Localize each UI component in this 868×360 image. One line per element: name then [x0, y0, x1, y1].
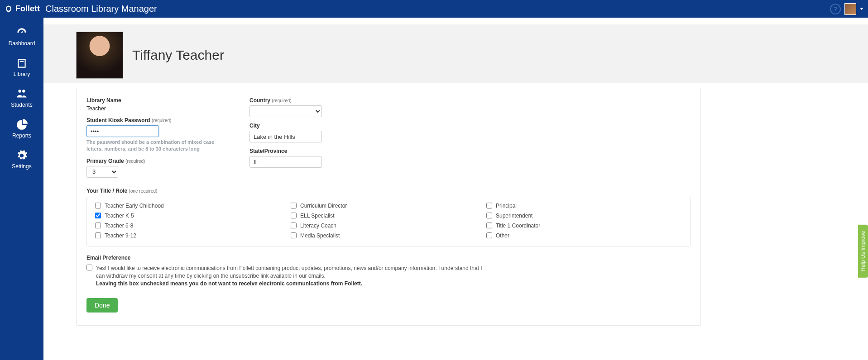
settings-icon	[16, 150, 28, 161]
kiosk-password-input[interactable]	[86, 125, 159, 137]
role-checkbox[interactable]	[95, 223, 101, 228]
state-label: State/Province	[249, 148, 394, 154]
role-checkbox[interactable]	[486, 223, 492, 228]
sidebar-item-reports[interactable]: Reports	[0, 114, 43, 145]
profile-header: Tiffany Teacher	[43, 24, 868, 83]
role-checkbox[interactable]	[95, 203, 101, 208]
library-name-label: Library Name	[86, 97, 231, 104]
sidebar-item-label: Settings	[12, 163, 31, 170]
roles-box: Teacher Early ChildhoodTeacher K-5Teache…	[86, 197, 691, 246]
country-select[interactable]	[249, 105, 322, 117]
sidebar-item-label: Dashboard	[9, 40, 35, 47]
primary-grade-label: Primary Grade (required)	[86, 158, 231, 164]
role-checkbox[interactable]	[95, 232, 101, 238]
role-label: Teacher 9-12	[105, 232, 136, 239]
role-row: Curriculum Director	[291, 203, 486, 209]
students-icon	[16, 88, 28, 100]
sidebar-item-label: Reports	[12, 133, 31, 139]
brand-name: Follett	[15, 4, 40, 14]
top-navbar: Follett Classroom Library Manager ?	[0, 0, 868, 18]
role-row: Teacher 6-8	[95, 223, 291, 229]
role-label: Teacher Early Childhood	[105, 203, 164, 209]
done-button[interactable]: Done	[86, 298, 118, 313]
primary-grade-select[interactable]: 3	[86, 166, 118, 178]
state-input[interactable]	[249, 156, 322, 168]
sidebar-item-students[interactable]: Students	[0, 84, 43, 114]
role-checkbox[interactable]	[95, 213, 101, 218]
role-label: Other	[496, 232, 509, 239]
settings-form: Library Name Teacher Student Kiosk Passw…	[76, 88, 701, 326]
follett-logo-icon	[5, 5, 13, 13]
main-content: Tiffany Teacher Library Name Teacher Stu…	[43, 18, 868, 360]
city-label: City	[249, 123, 394, 129]
role-row: Teacher K-5	[95, 213, 291, 219]
role-row: Other	[486, 232, 682, 239]
reports-icon	[16, 119, 28, 131]
role-label: Principal	[496, 203, 517, 209]
library-name-value: Teacher	[86, 105, 231, 112]
role-label: Title 1 Coordinator	[496, 223, 540, 229]
sidebar-item-library[interactable]: Library	[0, 53, 43, 84]
library-icon	[16, 57, 28, 69]
role-checkbox[interactable]	[291, 203, 297, 208]
role-row: Teacher Early Childhood	[95, 203, 291, 209]
feedback-tab[interactable]: Help Us Improve	[858, 224, 868, 277]
kiosk-password-hint: The password should be a combination of …	[86, 139, 222, 152]
help-icon[interactable]: ?	[830, 4, 841, 14]
email-pref-checkbox[interactable]	[86, 265, 92, 270]
role-checkbox[interactable]	[486, 232, 492, 238]
role-checkbox[interactable]	[291, 232, 297, 238]
profile-photo	[76, 32, 123, 79]
sidebar-item-label: Library	[14, 71, 30, 77]
role-section-label: Your Title / Role (one required)	[86, 188, 691, 194]
role-row: Literacy Coach	[291, 223, 486, 229]
role-row: Superintendent	[486, 213, 682, 219]
role-label: Teacher K-5	[105, 213, 134, 219]
email-pref-label: Email Preference	[86, 255, 691, 261]
kiosk-password-label: Student Kiosk Password (required)	[86, 117, 231, 123]
app-title: Classroom Library Manager	[45, 4, 157, 14]
role-label: Curriculum Director	[300, 203, 347, 209]
role-label: Media Specialist	[300, 232, 340, 239]
sidebar-item-label: Students	[11, 102, 32, 108]
role-row: Media Specialist	[291, 232, 486, 239]
role-label: ELL Specialist	[300, 213, 335, 219]
role-checkbox[interactable]	[486, 203, 492, 208]
brand-logo[interactable]: Follett Classroom Library Manager	[5, 4, 157, 14]
role-checkbox[interactable]	[486, 213, 492, 218]
sidebar-item-settings[interactable]: Settings	[0, 145, 43, 176]
role-row: ELL Specialist	[291, 213, 486, 219]
user-avatar[interactable]	[844, 3, 856, 15]
email-pref-text: Yes! I would like to receive electronic …	[96, 265, 485, 288]
user-menu-caret-icon[interactable]	[860, 8, 863, 10]
role-checkbox[interactable]	[291, 213, 297, 218]
profile-name: Tiffany Teacher	[132, 47, 224, 63]
role-label: Literacy Coach	[300, 223, 336, 229]
role-row: Title 1 Coordinator	[486, 223, 682, 229]
sidebar: Dashboard Library Students Reports Setti…	[0, 18, 43, 360]
country-label: Country (required)	[249, 97, 394, 104]
dashboard-icon	[16, 27, 28, 38]
role-label: Superintendent	[496, 213, 532, 219]
role-row: Principal	[486, 203, 682, 209]
sidebar-item-dashboard[interactable]: Dashboard	[0, 22, 43, 53]
role-checkbox[interactable]	[291, 223, 297, 228]
city-input[interactable]	[249, 131, 322, 142]
role-label: Teacher 6-8	[105, 223, 133, 229]
role-row: Teacher 9-12	[95, 232, 291, 239]
